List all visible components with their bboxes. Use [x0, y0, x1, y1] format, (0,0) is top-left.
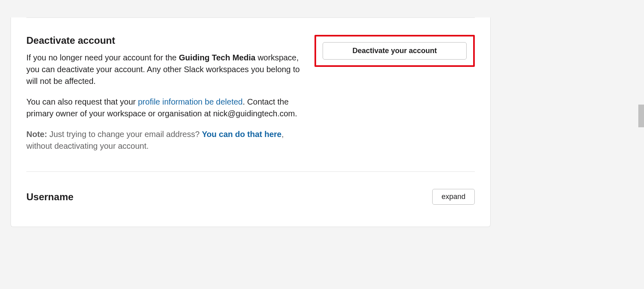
deactivate-p2-prefix: You can also request that your [26, 97, 138, 106]
deactivate-title: Deactivate account [26, 35, 302, 46]
deactivate-highlight: Deactivate your account [314, 35, 475, 67]
settings-card: Deactivate account If you no longer need… [11, 17, 491, 227]
deactivate-note: Note: Just trying to change your email a… [26, 128, 302, 152]
username-section: Username expand [26, 172, 475, 227]
deactivate-button[interactable]: Deactivate your account [323, 42, 467, 60]
username-title: Username [26, 191, 73, 203]
note-label: Note: [26, 130, 47, 139]
deactivate-section: Deactivate account If you no longer need… [26, 18, 475, 171]
expand-button[interactable]: expand [432, 189, 475, 205]
deactivate-paragraph-2: You can also request that your profile i… [26, 96, 302, 120]
deactivate-content: Deactivate account If you no longer need… [26, 35, 302, 152]
note-prefix: Just trying to change your email address… [47, 130, 202, 139]
profile-delete-link[interactable]: profile information be deleted [138, 97, 243, 106]
workspace-name: Guiding Tech Media [179, 53, 256, 62]
deactivate-p1-prefix: If you no longer need your account for t… [26, 53, 179, 62]
deactivate-paragraph-1: If you no longer need your account for t… [26, 52, 302, 87]
change-email-link[interactable]: You can do that here [202, 130, 281, 139]
scrollbar-thumb[interactable] [638, 105, 644, 127]
